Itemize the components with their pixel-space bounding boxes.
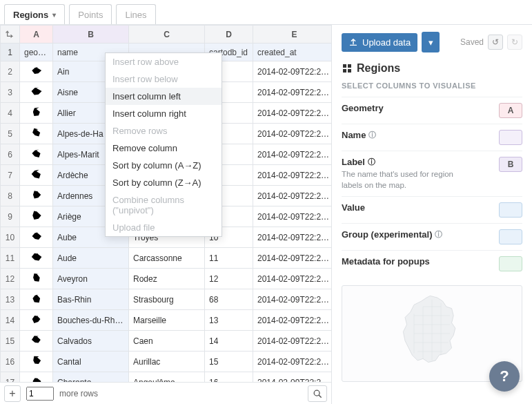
assign-label[interactable]: Labelⓘ The name that's used for region l… [342, 151, 522, 196]
geometry-cell[interactable] [20, 103, 53, 124]
table-row[interactable]: 14Bouches-du-RhôneMarseille132014-02-09T… [1, 310, 332, 331]
search-button[interactable] [308, 385, 327, 402]
add-rows-button[interactable]: + [4, 385, 21, 402]
cell[interactable]: 11 [205, 248, 253, 269]
geometry-cell[interactable] [20, 165, 53, 186]
cell[interactable]: 2014-02-09T22:21:5 [253, 310, 332, 331]
geometry-cell[interactable] [20, 352, 53, 372]
cell[interactable]: Carcassonne [129, 248, 205, 269]
ctx-remove-column[interactable]: Remove column [106, 140, 221, 157]
geometry-cell[interactable] [20, 82, 53, 103]
geometry-cell[interactable] [20, 227, 53, 248]
cell[interactable]: 68 [205, 289, 253, 310]
chip-group[interactable]: . [499, 229, 522, 244]
col-header-D[interactable]: D [205, 26, 253, 44]
cell[interactable]: 2014-02-09T22:21:5 [253, 289, 332, 310]
table-row[interactable]: 16CantalAurillac152014-02-09T22:21:5 [1, 352, 332, 372]
ctx-insert-col-left[interactable]: Insert column left [106, 88, 221, 105]
table-row[interactable]: 13Bas-RhinStrasbourg682014-02-09T22:21:5 [1, 289, 332, 310]
upload-menu-button[interactable]: ▾ [422, 32, 440, 52]
cell[interactable]: Caen [129, 331, 205, 352]
table-row[interactable]: 17CharenteAngoulême162014-02-09T22:21:5 [1, 372, 332, 383]
cell[interactable]: created_at [253, 44, 332, 61]
row-number: 12 [1, 269, 20, 289]
upload-data-button[interactable]: Upload data [342, 33, 417, 52]
cell[interactable]: 13 [205, 310, 253, 331]
cell[interactable]: Cantal [53, 352, 129, 372]
geometry-cell[interactable] [20, 144, 53, 165]
col-header-B[interactable]: B [53, 26, 129, 44]
cell[interactable]: Marseille [129, 310, 205, 331]
assign-value[interactable]: Value . [342, 196, 522, 223]
cell[interactable]: 2014-02-09T22:21:5 [253, 124, 332, 144]
cell[interactable]: 2014-02-09T22:21:5 [253, 144, 332, 165]
geometry-cell[interactable] [20, 372, 53, 383]
region-shape-icon [30, 147, 43, 160]
cell[interactable]: 16 [205, 372, 253, 383]
cell[interactable]: 2014-02-09T22:21:5 [253, 165, 332, 186]
info-icon: ⓘ [435, 229, 442, 240]
cell[interactable]: 12 [205, 269, 253, 289]
cell[interactable]: 2014-02-09T22:21:5 [253, 269, 332, 289]
chip-value[interactable]: . [499, 202, 522, 218]
geometry-cell[interactable] [20, 289, 53, 310]
cell[interactable]: Aurillac [129, 352, 205, 372]
cell[interactable]: 2014-02-09T22:21:5 [253, 372, 332, 383]
region-shape-icon [30, 126, 43, 139]
cell[interactable]: Bas-Rhin [53, 289, 129, 310]
cell[interactable]: 2014-02-09T22:21:5 [253, 82, 332, 103]
geometry-cell[interactable] [20, 186, 53, 206]
cell[interactable]: Bouches-du-Rhône [53, 310, 129, 331]
cell[interactable]: Aude [53, 248, 129, 269]
cell[interactable]: geometry [20, 44, 53, 61]
cell[interactable]: 2014-02-09T22:21:5 [253, 352, 332, 372]
table-row[interactable]: 12AveyronRodez122014-02-09T22:21:5 [1, 269, 332, 289]
ctx-sort-za[interactable]: Sort by column (Z→A) [106, 174, 221, 191]
assign-name[interactable]: Nameⓘ . [342, 124, 522, 151]
cell[interactable]: 2014-02-09T22:21:5 [253, 331, 332, 352]
ctx-insert-col-right[interactable]: Insert column right [106, 105, 221, 122]
geometry-cell[interactable] [20, 310, 53, 331]
tab-regions[interactable]: Regions ▾ [4, 4, 65, 24]
france-map-icon [380, 289, 484, 378]
tab-points[interactable]: Points [69, 4, 112, 24]
chip-geometry[interactable]: A [499, 103, 522, 118]
add-rows-count[interactable] [26, 387, 54, 401]
cell[interactable]: 2014-02-09T22:21:5 [253, 206, 332, 227]
assign-geometry[interactable]: Geometry A [342, 97, 522, 124]
assign-group[interactable]: Group (experimental)ⓘ . [342, 223, 522, 250]
cell[interactable]: Strasbourg [129, 289, 205, 310]
tab-lines[interactable]: Lines [116, 4, 155, 24]
geometry-cell[interactable] [20, 269, 53, 289]
cell[interactable]: Charente [53, 372, 129, 383]
help-button[interactable]: ? [489, 361, 520, 392]
chip-name[interactable]: . [499, 130, 522, 145]
col-header-A[interactable]: A [20, 26, 53, 44]
cell[interactable]: Rodez [129, 269, 205, 289]
geometry-cell[interactable] [20, 124, 53, 144]
cell[interactable]: 2014-02-09T22:21:5 [253, 227, 332, 248]
assign-metadata[interactable]: Metadata for popups . [342, 250, 522, 277]
geometry-cell[interactable] [20, 206, 53, 227]
table-row[interactable]: 11AudeCarcassonne112014-02-09T22:21:5 [1, 248, 332, 269]
ctx-sort-az[interactable]: Sort by column (A→Z) [106, 157, 221, 174]
cell[interactable]: 2014-02-09T22:21:5 [253, 61, 332, 82]
cell[interactable]: 2014-02-09T22:21:5 [253, 248, 332, 269]
transpose-icon[interactable] [1, 26, 20, 44]
col-header-E[interactable]: E [253, 26, 332, 44]
chip-label[interactable]: B [499, 157, 522, 172]
geometry-cell[interactable] [20, 248, 53, 269]
cell[interactable]: Angoulême [129, 372, 205, 383]
geometry-cell[interactable] [20, 331, 53, 352]
cell[interactable]: Calvados [53, 331, 129, 352]
cell[interactable]: 2014-02-09T22:21:5 [253, 103, 332, 124]
cell[interactable]: 2014-02-09T22:21:5 [253, 186, 332, 206]
geometry-cell[interactable] [20, 61, 53, 82]
cell[interactable]: 14 [205, 331, 253, 352]
undo-button[interactable]: ↺ [488, 35, 503, 50]
cell[interactable]: Aveyron [53, 269, 129, 289]
table-row[interactable]: 15CalvadosCaen142014-02-09T22:21:5 [1, 331, 332, 352]
chip-metadata[interactable]: . [499, 256, 522, 271]
cell[interactable]: 15 [205, 352, 253, 372]
col-header-C[interactable]: C [129, 26, 205, 44]
